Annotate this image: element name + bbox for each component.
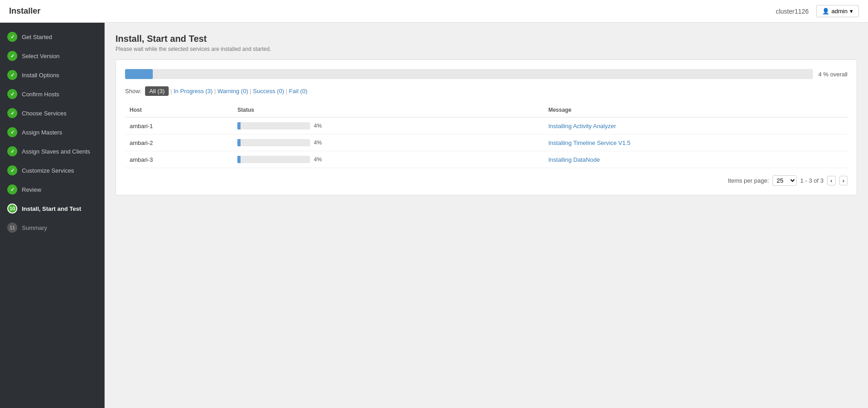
filter-separator-3: | xyxy=(248,88,253,95)
table-row: ambari-34%Installing DataNode xyxy=(125,151,848,168)
sidebar-item-label-5: Choose Services xyxy=(22,110,66,117)
filter-btn-all[interactable]: All (3) xyxy=(145,86,169,96)
col-host: Host xyxy=(125,103,233,117)
host-status: 4% xyxy=(233,134,544,151)
sidebar-item-2[interactable]: ✓Select Version xyxy=(0,46,105,65)
step-circle-7: ✓ xyxy=(7,146,17,156)
sidebar-item-10[interactable]: 10Install, Start and Test xyxy=(0,199,105,218)
sidebar-item-11[interactable]: 11Summary xyxy=(0,218,105,237)
sidebar-item-5[interactable]: ✓Choose Services xyxy=(0,104,105,123)
host-message: Installing DataNode xyxy=(544,151,848,168)
host-pct-label: 4% xyxy=(314,156,321,163)
filter-separator-1: | xyxy=(169,88,174,95)
step-circle-1: ✓ xyxy=(7,32,17,42)
host-progress-bar xyxy=(237,139,310,146)
overall-progress-fill xyxy=(125,69,153,79)
table-header-row: Host Status Message xyxy=(125,103,848,117)
host-message: Installing Activity Analyzer xyxy=(544,117,848,134)
sidebar-item-label-7: Assign Slaves and Clients xyxy=(22,148,90,155)
host-name: ambari-1 xyxy=(125,117,233,134)
host-name: ambari-2 xyxy=(125,134,233,151)
col-status: Status xyxy=(233,103,544,117)
table-row: ambari-14%Installing Activity Analyzer xyxy=(125,117,848,134)
host-progress-fill xyxy=(237,156,240,163)
page-title: Install, Start and Test xyxy=(115,34,857,44)
user-icon: 👤 xyxy=(822,8,829,15)
table-row: ambari-24%Installing Timeline Service V1… xyxy=(125,134,848,151)
page-range-label: 1 - 3 of 3 xyxy=(800,177,823,184)
step-circle-2: ✓ xyxy=(7,51,17,61)
sidebar-item-8[interactable]: ✓Customize Services xyxy=(0,161,105,180)
prev-page-button[interactable]: ‹ xyxy=(827,176,835,185)
sidebar-item-label-6: Assign Masters xyxy=(22,129,62,136)
per-page-select[interactable]: 25 50 100 xyxy=(773,175,797,186)
sidebar-item-label-11: Summary xyxy=(22,224,47,231)
filter-link-success[interactable]: Success (0) xyxy=(253,88,284,95)
host-status: 4% xyxy=(233,117,544,134)
table-body: ambari-14%Installing Activity Analyzeram… xyxy=(125,117,848,168)
host-name: ambari-3 xyxy=(125,151,233,168)
admin-menu-button[interactable]: 👤 admin ▾ xyxy=(816,5,859,17)
step-circle-10: 10 xyxy=(7,204,17,214)
sidebar-item-4[interactable]: ✓Confirm Hosts xyxy=(0,85,105,104)
show-label: Show: xyxy=(125,88,141,95)
sidebar-item-6[interactable]: ✓Assign Masters xyxy=(0,123,105,142)
step-circle-8: ✓ xyxy=(7,165,17,175)
header-right: cluster1126 👤 admin ▾ xyxy=(776,5,859,17)
sidebar-item-label-9: Review xyxy=(22,186,41,193)
sidebar: ✓Get Started✓Select Version✓Install Opti… xyxy=(0,23,105,408)
overall-pct-label: 4 % overall xyxy=(818,71,848,78)
step-circle-9: ✓ xyxy=(7,184,17,194)
filter-separator-2: | xyxy=(213,88,218,95)
filter-buttons: All (3) | In Progress (3) | Warning (0) … xyxy=(145,86,307,96)
filter-row: Show: All (3) | In Progress (3) | Warnin… xyxy=(125,86,848,96)
step-circle-6: ✓ xyxy=(7,127,17,137)
host-message-link[interactable]: Installing Activity Analyzer xyxy=(548,123,616,129)
cluster-name: cluster1126 xyxy=(776,8,808,15)
overall-progress-row: 4 % overall xyxy=(125,69,848,79)
filter-link-warning[interactable]: Warning (0) xyxy=(217,88,248,95)
sidebar-item-label-2: Select Version xyxy=(22,53,60,60)
next-page-button[interactable]: › xyxy=(839,176,848,185)
sidebar-item-label-10: Install, Start and Test xyxy=(22,205,81,212)
step-circle-5: ✓ xyxy=(7,108,17,118)
sidebar-item-7[interactable]: ✓Assign Slaves and Clients xyxy=(0,142,105,161)
host-progress-bar xyxy=(237,156,310,163)
host-progress-wrap: 4% xyxy=(237,122,539,129)
main-layout: ✓Get Started✓Select Version✓Install Opti… xyxy=(0,23,868,408)
sidebar-item-label-1: Get Started xyxy=(22,34,52,40)
sidebar-item-label-8: Customize Services xyxy=(22,167,74,174)
step-circle-3: ✓ xyxy=(7,70,17,80)
filter-link-fail[interactable]: Fail (0) xyxy=(289,88,307,95)
host-status: 4% xyxy=(233,151,544,168)
host-progress-fill xyxy=(237,122,240,129)
sidebar-item-label-3: Install Options xyxy=(22,72,59,79)
chevron-down-icon: ▾ xyxy=(850,8,853,15)
filter-separator-4: | xyxy=(284,88,289,95)
sidebar-item-1[interactable]: ✓Get Started xyxy=(0,27,105,46)
host-message-link[interactable]: Installing Timeline Service V1.5 xyxy=(548,139,631,146)
sidebar-item-label-4: Confirm Hosts xyxy=(22,91,59,98)
pagination-row: Items per page: 25 50 100 1 - 3 of 3 ‹ › xyxy=(125,168,848,186)
sidebar-item-9[interactable]: ✓Review xyxy=(0,180,105,199)
admin-label: admin xyxy=(832,8,848,15)
filter-link-in_progress[interactable]: In Progress (3) xyxy=(174,88,213,95)
host-progress-wrap: 4% xyxy=(237,139,539,146)
step-circle-11: 11 xyxy=(7,223,17,233)
col-message: Message xyxy=(544,103,848,117)
content-box: 4 % overall Show: All (3) | In Progress … xyxy=(115,60,857,195)
host-message: Installing Timeline Service V1.5 xyxy=(544,134,848,151)
items-per-page-label: Items per page: xyxy=(728,177,769,184)
host-pct-label: 4% xyxy=(314,123,321,129)
host-progress-fill xyxy=(237,139,240,146)
step-circle-4: ✓ xyxy=(7,89,17,99)
host-pct-label: 4% xyxy=(314,139,321,146)
table-header: Host Status Message xyxy=(125,103,848,117)
host-message-link[interactable]: Installing DataNode xyxy=(548,156,600,163)
host-progress-wrap: 4% xyxy=(237,156,539,163)
app-title: Installer xyxy=(9,6,40,16)
page-subtitle: Please wait while the selected services … xyxy=(115,46,857,52)
sidebar-item-3[interactable]: ✓Install Options xyxy=(0,65,105,85)
host-progress-bar xyxy=(237,122,310,129)
main-content: Install, Start and Test Please wait whil… xyxy=(105,23,868,408)
